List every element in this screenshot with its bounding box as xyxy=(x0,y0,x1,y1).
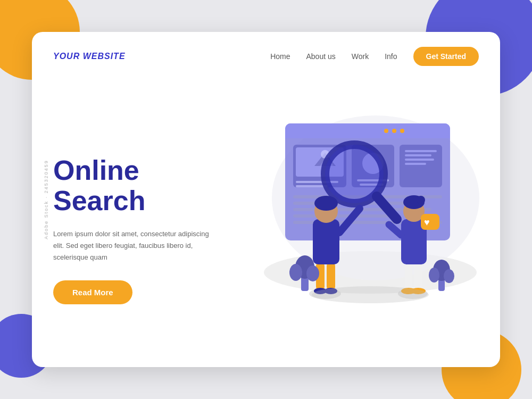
svg-rect-23 xyxy=(405,163,426,165)
svg-text:♥: ♥ xyxy=(424,217,430,228)
read-more-button[interactable]: Read More xyxy=(53,280,132,304)
svg-point-60 xyxy=(444,269,454,283)
svg-point-6 xyxy=(392,129,396,133)
svg-rect-22 xyxy=(405,159,434,161)
hero-title-line1: Online xyxy=(53,155,139,186)
nav-links: Home About us Work Info Get Started xyxy=(270,47,479,66)
nav-about[interactable]: About us xyxy=(306,52,335,61)
hero-left: Online Search Lorem ipsum dolor sit amet… xyxy=(53,155,232,304)
svg-rect-4 xyxy=(285,131,450,138)
svg-point-59 xyxy=(429,268,439,282)
svg-rect-34 xyxy=(327,262,335,291)
watermark: Adobe Stock · 245320459 xyxy=(44,160,49,239)
svg-point-39 xyxy=(314,196,338,211)
get-started-button[interactable]: Get Started xyxy=(413,47,479,66)
hero-section: Online Search Lorem ipsum dolor sit amet… xyxy=(32,81,500,367)
svg-rect-21 xyxy=(405,154,431,156)
hero-right: ♥ xyxy=(232,92,500,367)
svg-point-5 xyxy=(384,129,388,133)
svg-rect-43 xyxy=(414,262,422,291)
svg-point-49 xyxy=(417,196,425,204)
logo: YOUR WEBSITE xyxy=(53,52,126,61)
navbar: YOUR WEBSITE Home About us Work Info Get… xyxy=(32,32,500,81)
nav-home[interactable]: Home xyxy=(270,52,290,61)
svg-point-7 xyxy=(400,129,404,133)
svg-rect-37 xyxy=(313,219,339,264)
illustration: ♥ xyxy=(232,92,500,367)
svg-point-55 xyxy=(289,264,302,281)
main-card: YOUR WEBSITE Home About us Work Info Get… xyxy=(32,32,500,367)
svg-point-56 xyxy=(306,265,319,281)
hero-title: Online Search xyxy=(53,155,221,216)
svg-point-61 xyxy=(312,286,429,303)
nav-info[interactable]: Info xyxy=(385,52,397,61)
hero-title-line2: Search xyxy=(53,185,145,216)
svg-rect-20 xyxy=(405,150,437,152)
svg-rect-42 xyxy=(405,262,412,291)
svg-rect-27 xyxy=(293,214,400,218)
hero-description: Lorem ipsum dolor sit amet, consectetur … xyxy=(53,228,221,263)
nav-work[interactable]: Work xyxy=(352,52,369,61)
